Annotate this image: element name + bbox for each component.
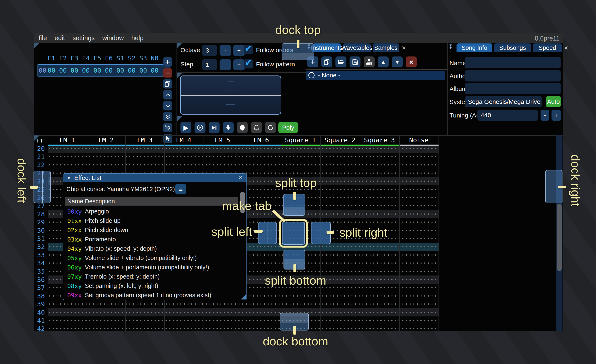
order-column-header: F6 xyxy=(105,54,112,62)
effect-list-titlebar[interactable]: ▼ Effect List × xyxy=(63,174,246,182)
effect-row-00xy[interactable]: 00xyArpeggio xyxy=(65,207,238,216)
pattern-row-number: 34 xyxy=(34,259,48,267)
channel-header-fm-6[interactable]: FM 6 xyxy=(242,135,281,145)
tuning-minus-button[interactable]: - xyxy=(541,110,549,121)
order-cell[interactable]: 00 xyxy=(48,67,55,74)
stop-button[interactable] xyxy=(237,122,248,133)
instrument-organizer-button[interactable] xyxy=(364,57,375,67)
duplicate-instrument-button[interactable] xyxy=(321,57,332,67)
tab-wavetables[interactable]: Wavetables xyxy=(343,44,371,52)
system-field[interactable]: Sega Genesis/Mega Drive xyxy=(465,96,542,107)
pattern-corner-button[interactable]: ++ xyxy=(36,137,44,144)
play-to-cursor-button[interactable] xyxy=(209,122,220,133)
menu-item-settings[interactable]: settings xyxy=(73,34,95,42)
order-cell[interactable]: 00 xyxy=(116,67,124,74)
metronome-button[interactable] xyxy=(251,122,262,133)
channel-header-square-1[interactable]: Square 1 xyxy=(281,135,320,145)
collapse-window-icon[interactable]: ▼ xyxy=(67,175,71,181)
author-field[interactable] xyxy=(465,70,561,81)
close-tab-icon[interactable]: × xyxy=(402,44,406,52)
channel-header-square-2[interactable]: Square 2 xyxy=(320,135,360,145)
channel-header-fm-5[interactable]: FM 5 xyxy=(203,135,242,145)
order-cell[interactable]: 00 xyxy=(151,67,158,74)
duplicate-order-end-button[interactable] xyxy=(163,112,172,121)
order-cell[interactable]: 00 xyxy=(82,67,89,74)
move-instrument-up-button[interactable]: ▲ xyxy=(378,57,389,67)
delete-instrument-button[interactable]: × xyxy=(406,57,417,67)
channel-header-fm-2[interactable]: FM 2 xyxy=(87,135,126,145)
tab-song-info[interactable]: Song Info xyxy=(456,44,492,52)
remove-order-button[interactable]: − xyxy=(163,68,172,78)
pattern-row[interactable]: 21 xyxy=(34,153,563,161)
step-plus-button[interactable]: + xyxy=(233,59,245,70)
effect-row-07xy[interactable]: 07xyTremolo (x: speed; y: depth) xyxy=(65,272,238,281)
tab-subsongs[interactable]: Subsongs xyxy=(494,44,531,52)
annotation-dock-bottom: dock bottom xyxy=(263,334,328,348)
album-field[interactable] xyxy=(465,83,561,94)
tab-speed[interactable]: Speed xyxy=(533,44,562,52)
tuning-field[interactable]: 440 xyxy=(477,110,538,121)
order-cell[interactable]: 00 xyxy=(139,67,147,74)
effect-row-09xx[interactable]: 09xxSet groove pattern (speed 1 if no gr… xyxy=(65,291,238,300)
channel-header-fm-3[interactable]: FM 3 xyxy=(125,135,164,145)
tuning-plus-button[interactable]: + xyxy=(551,110,561,121)
pattern-row[interactable]: 39 xyxy=(34,300,563,308)
menu-item-file[interactable]: file xyxy=(39,34,47,42)
repeat-pattern-button[interactable] xyxy=(265,122,276,133)
open-instrument-button[interactable] xyxy=(335,57,346,67)
step-minus-button[interactable]: - xyxy=(220,59,231,70)
dock-preview-divider xyxy=(321,222,321,244)
auto-system-button[interactable]: Auto xyxy=(546,96,561,107)
channel-header-fm-4[interactable]: FM 4 xyxy=(164,135,203,145)
order-cell[interactable]: 00 xyxy=(128,67,135,74)
order-cell[interactable]: 00 xyxy=(94,67,101,74)
split-left-target[interactable] xyxy=(258,222,277,244)
order-cell[interactable]: 00 xyxy=(71,67,78,74)
channel-header-square-3[interactable]: Square 3 xyxy=(360,135,399,145)
close-window-icon[interactable]: × xyxy=(238,173,243,181)
instrument-list-item[interactable]: - None - xyxy=(306,71,445,80)
pattern-row[interactable]: 22 xyxy=(34,161,563,169)
effect-row-06xy[interactable]: 06xyVolume slide + portamento (compatibi… xyxy=(65,263,238,272)
menu-item-edit[interactable]: edit xyxy=(55,34,65,42)
change-all-orders-button[interactable] xyxy=(163,123,172,132)
pattern-row[interactable]: 20 xyxy=(34,146,563,153)
effect-list-menu-button[interactable]: ≡ xyxy=(175,184,186,194)
move-order-down-button[interactable] xyxy=(163,101,172,110)
save-instrument-button[interactable] xyxy=(350,57,360,67)
duplicate-order-button[interactable] xyxy=(163,79,172,88)
add-order-button[interactable]: + xyxy=(163,57,172,67)
play-from-start-button[interactable] xyxy=(194,122,206,133)
collapse-panel-icon[interactable]: ▼▼ xyxy=(449,44,453,49)
step-row-button[interactable] xyxy=(223,122,234,133)
effect-row-04xy[interactable]: 04xyVibrato (x: speed; y: depth) xyxy=(65,244,238,253)
name-field[interactable] xyxy=(465,57,561,68)
effect-row-01xx[interactable]: 01xxPitch slide up xyxy=(65,216,238,226)
tab-instruments[interactable]: Instruments xyxy=(313,44,341,52)
resize-grip-icon[interactable] xyxy=(241,294,246,299)
annotation-dock-left: dock left xyxy=(15,158,29,203)
effect-row-05xy[interactable]: 05xyVolume slide + vibrato (compatibilit… xyxy=(65,253,238,263)
move-order-up-button[interactable] xyxy=(163,90,172,100)
menu-item-help[interactable]: help xyxy=(131,34,144,42)
close-tab-icon[interactable]: × xyxy=(564,44,568,52)
effect-list-table-header[interactable]: Name Description xyxy=(65,197,238,206)
octave-minus-button[interactable]: - xyxy=(220,45,231,56)
follow-pattern-checkbox[interactable]: ✔ xyxy=(244,59,253,68)
step-value[interactable]: 1 xyxy=(202,59,217,70)
menu-item-window[interactable]: window xyxy=(102,34,124,42)
move-instrument-down-button[interactable]: ▼ xyxy=(392,57,403,67)
play-button[interactable]: ▶ xyxy=(180,122,191,133)
order-row-selected[interactable] xyxy=(37,64,170,77)
pattern-scrollbar-thumb[interactable] xyxy=(557,204,562,271)
effect-row-08xy[interactable]: 08xySet panning (x: left; y: right) xyxy=(65,281,238,291)
order-cell[interactable]: 00 xyxy=(105,67,112,74)
octave-plus-button[interactable]: + xyxy=(233,45,245,56)
follow-orders-checkbox[interactable]: ✔ xyxy=(244,45,253,54)
poly-button[interactable]: Poly xyxy=(278,122,298,133)
order-cell[interactable]: 00 xyxy=(59,67,67,74)
channel-header-noise[interactable]: Noise xyxy=(399,135,439,145)
octave-value[interactable]: 3 xyxy=(202,45,217,56)
channel-header-fm-1[interactable]: FM 1 xyxy=(48,135,87,145)
tab-samples[interactable]: Samples xyxy=(373,44,399,52)
